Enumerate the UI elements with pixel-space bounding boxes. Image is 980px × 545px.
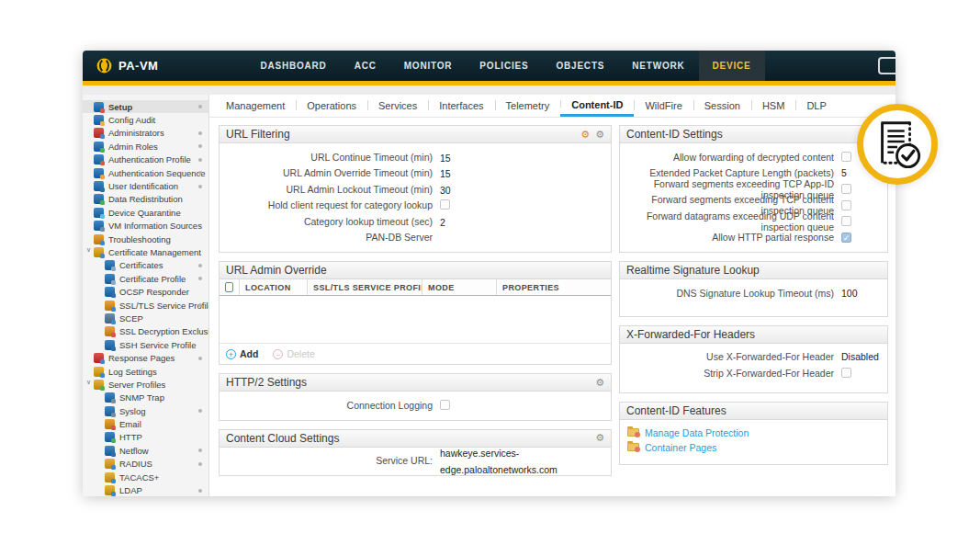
nav-tab-network[interactable]: NETWORK [618, 51, 698, 81]
nav-tab-policies[interactable]: POLICIES [466, 51, 542, 81]
service-url-value: hawkeye.services-edge.paloaltonetworks.c… [440, 448, 558, 475]
sidebar-item-scep[interactable]: SCEP [83, 312, 208, 324]
nav-tabs: DASHBOARDACCMONITORPOLICIESOBJECTSNETWOR… [246, 51, 764, 81]
sidebar-item-label: Netflow [119, 446, 149, 456]
tab-telemetry[interactable]: Telemetry [495, 95, 561, 117]
link-manage-data-protection[interactable]: Manage Data Protection [645, 427, 749, 438]
strip-x-forwarded-for-header-checkbox[interactable] [841, 368, 851, 378]
sidebar-item-certificate-profile[interactable]: Certificate Profile [83, 272, 208, 285]
tab-content-id[interactable]: Content-ID [560, 95, 634, 117]
field-control [841, 216, 880, 226]
panel-body: URL Continue Timeout (min)15URL Admin Ov… [220, 143, 611, 252]
tab-services[interactable]: Services [367, 95, 428, 117]
nav-tab-device[interactable]: DEVICE [699, 51, 765, 81]
sidebar-item-syslog[interactable]: Syslog [83, 404, 208, 417]
sidebar-item-tacacs[interactable]: TACACS+ [83, 471, 208, 483]
allow-forwarding-of-decrypted-content-checkbox[interactable] [841, 152, 851, 162]
sidebar-item-ssl-tls-service-profile[interactable]: SSL/TLS Service Profile [83, 299, 208, 312]
sidebar-item-label: Syslog [119, 406, 146, 416]
nav-right-button-partial[interactable] [878, 57, 896, 74]
sidebar-item-icon [105, 326, 115, 336]
nav-tab-objects[interactable]: OBJECTS [542, 51, 618, 81]
tab-interfaces[interactable]: Interfaces [428, 95, 494, 117]
sidebar-item-label: SSL/TLS Service Profile [119, 301, 209, 311]
sidebar-item-device-quarantine[interactable]: Device Quarantine [83, 206, 208, 219]
sidebar-item-ldap[interactable]: LDAP [83, 483, 208, 496]
sidebar-item-config-audit[interactable]: Config Audit [83, 113, 208, 126]
sidebar-item-data-redistribution[interactable]: Data Redistribution [83, 193, 208, 206]
sidebar-item-dot [198, 144, 202, 148]
connection-logging-checkbox[interactable] [440, 400, 450, 410]
gear-icon[interactable]: ⚙ [595, 378, 604, 388]
chevron-down-icon[interactable]: ∨ [84, 246, 93, 254]
sidebar-item-dot [198, 357, 202, 360]
sidebar-item-label: SNMP Trap [119, 392, 164, 403]
icon-badge [100, 373, 105, 378]
form-row: URL Continue Timeout (min)15 [227, 149, 603, 165]
sidebar-item-administrators[interactable]: Administrators [83, 127, 208, 140]
forward-segments-exceeding-tcp-content-inspection-queue-checkbox[interactable] [841, 200, 851, 210]
column-header-properties[interactable]: PROPERTIES [497, 279, 611, 295]
sidebar-item-ssh-service-profile[interactable]: SSH Service Profile [83, 338, 208, 351]
gear-icon[interactable]: ⚙ [595, 433, 604, 443]
tab-dlp[interactable]: DLP [795, 95, 837, 117]
sidebar-item-authentication-sequence[interactable]: Authentication Sequence [83, 166, 208, 179]
column-header-ssl-tls-service-profile[interactable]: SSL/TLS SERVICE PROFILE [308, 279, 422, 295]
link-container-pages[interactable]: Container Pages [645, 442, 716, 453]
forward-segments-exceeding-tcp-app-id-inspection-queue-checkbox[interactable] [841, 184, 851, 194]
sidebar-item-server-profiles[interactable]: ∨Server Profiles [83, 378, 208, 391]
tab-management[interactable]: Management [215, 95, 296, 117]
column-header-location[interactable]: LOCATION [240, 279, 308, 295]
nav-tab-acc[interactable]: ACC [341, 51, 390, 81]
feature-link-row: Container Pages [627, 440, 880, 455]
sidebar-item-user-identification[interactable]: User Identification [83, 179, 208, 192]
sidebar-item-ssl-decryption-exclusion[interactable]: SSL Decryption Exclusion [83, 325, 208, 338]
hold-client-request-for-category-lookup-checkbox[interactable] [440, 199, 450, 210]
sidebar-item-netflow[interactable]: Netflow [83, 444, 208, 457]
sidebar-item-troubleshooting[interactable]: Troubleshooting [83, 233, 208, 245]
chevron-down-icon[interactable]: ∨ [84, 379, 93, 386]
icon-badge [111, 280, 116, 285]
panel-realtime-signature-lookup: Realtime Signature LookupDNS Signature L… [619, 261, 888, 317]
sidebar-item-radius[interactable]: RADIUS [83, 458, 208, 471]
forward-datagrams-exceeding-udp-content-inspection-queue-checkbox[interactable] [841, 216, 851, 226]
form-row: PAN-DB Server [227, 230, 603, 246]
use-x-forwarded-for-header-value: Disabled [841, 351, 879, 362]
sidebar-item-snmp-trap[interactable]: SNMP Trap [83, 392, 208, 404]
panel-header-content-id-features: Content-ID Features [620, 403, 887, 420]
icon-badge [100, 161, 105, 165]
tab-hsm[interactable]: HSM [751, 95, 795, 117]
nav-tab-dashboard[interactable]: DASHBOARD [246, 51, 340, 81]
tab-operations[interactable]: Operations [296, 95, 367, 117]
form-row: Hold client request for category lookup [227, 198, 603, 214]
sidebar-item-setup[interactable]: Setup [83, 100, 208, 113]
icon-badge [111, 399, 116, 403]
tab-wildfire[interactable]: WildFire [634, 95, 693, 117]
sidebar-item-ocsp-responder[interactable]: OCSP Responder [83, 285, 208, 298]
panel-content-id-settings: Content-ID SettingsAllow forwarding of d… [619, 125, 888, 253]
add-button[interactable]: +Add [226, 348, 258, 359]
sidebar-item-icon [105, 340, 115, 350]
url-filtering-vendor-icon[interactable]: ⚙ [580, 130, 590, 140]
sidebar-item-certificates[interactable]: Certificates [83, 259, 208, 272]
icon-badge [100, 175, 105, 179]
column-header-mode[interactable]: MODE [422, 279, 497, 295]
sidebar-item-email[interactable]: Email [83, 417, 208, 430]
sidebar-item-http[interactable]: HTTP [83, 431, 208, 444]
allow-http-partial-response-checkbox[interactable]: ✓ [841, 233, 851, 243]
icon-badge [100, 241, 105, 245]
icon-badge [111, 413, 116, 417]
select-all-checkbox[interactable] [225, 282, 233, 292]
sidebar-item-authentication-profile[interactable]: Authentication Profile [83, 153, 208, 166]
sidebar-item-label: Data Redistribution [108, 194, 183, 204]
nav-tab-monitor[interactable]: MONITOR [390, 51, 467, 81]
field-control: 2 [440, 213, 445, 230]
sidebar-item-vm-information-sources[interactable]: VM Information Sources [83, 220, 208, 233]
sidebar-item-certificate-management[interactable]: ∨Certificate Management [83, 245, 208, 258]
panel-header-icons: ⚙⚙ [580, 130, 604, 140]
gear-icon[interactable]: ⚙ [595, 130, 604, 140]
sidebar-item-log-settings[interactable]: Log Settings [83, 365, 208, 378]
sidebar-item-admin-roles[interactable]: Admin Roles [83, 140, 208, 153]
sidebar-item-response-pages[interactable]: Response Pages [83, 351, 208, 364]
tab-session[interactable]: Session [693, 95, 751, 117]
